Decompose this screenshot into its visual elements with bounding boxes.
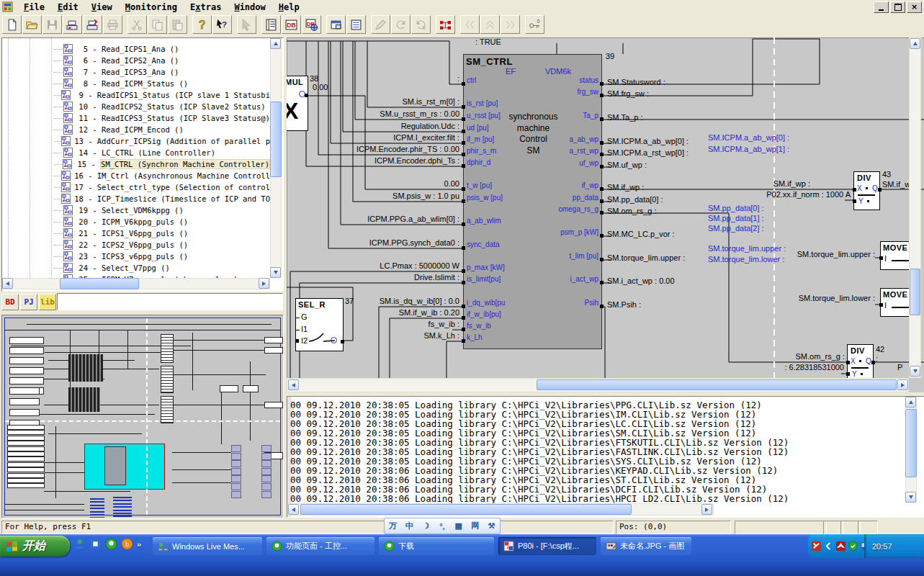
output-pin-label: a_rst_wp xyxy=(503,147,598,155)
system-tray-icons xyxy=(808,534,864,558)
orange-ball-icon[interactable]: b xyxy=(121,538,133,550)
diagram-overview-panel[interactable] xyxy=(1,315,284,518)
tree-item-23[interactable]: 23 - ICPS3_v6ppg_puls () xyxy=(2,251,270,262)
diagram-hscroll-thumb[interactable] xyxy=(537,379,897,390)
log-scroll-up-button[interactable] xyxy=(905,397,916,408)
log-scroll-down-button[interactable] xyxy=(905,492,916,503)
tree-item-24[interactable]: 24 - Select_V7ppg () xyxy=(2,262,270,274)
menu-help[interactable]: Help xyxy=(272,1,306,13)
red-flag-icon[interactable] xyxy=(811,541,822,552)
status-panel-3 xyxy=(858,521,878,534)
net-icon[interactable]: 网 xyxy=(469,521,482,532)
diagram-scroll-up-button[interactable] xyxy=(910,38,920,49)
shield-green-icon[interactable] xyxy=(848,541,858,552)
tree-item-15[interactable]: 15 - SM_CTRL (Synchron Machine Controlle… xyxy=(2,158,270,170)
diagram-annotation: SM.if_wp : xyxy=(623,179,810,188)
tree-scroll-down-button[interactable] xyxy=(270,267,281,278)
tree-item-16[interactable]: 16 - IM_Ctrl (Asynchronous Machine Contr… xyxy=(2,170,270,181)
tree-item-18[interactable]: 18 - ICP_Timeslice (Timeslice of ICP and… xyxy=(2,193,270,204)
task-button-1[interactable]: Windows Live Mes... xyxy=(153,537,262,555)
open-folder-icon[interactable] xyxy=(22,15,42,34)
tree-scroll-right-button[interactable] xyxy=(259,278,269,289)
menu-extras[interactable]: Extras xyxy=(184,1,228,13)
diagram-scroll-left-button[interactable] xyxy=(288,379,299,390)
input-pin-label: t_w [pu] xyxy=(467,181,492,189)
start-button[interactable]: 开始 xyxy=(0,536,70,557)
log-hscroll-thumb[interactable] xyxy=(300,504,632,515)
tree-scroll-left-button[interactable] xyxy=(2,278,13,289)
tree-item-21[interactable]: 21 - ICPS1_V6ppg_puls () xyxy=(2,228,270,239)
close-button[interactable]: × xyxy=(907,1,922,13)
read-device-icon[interactable] xyxy=(83,15,102,34)
tree-item-13[interactable]: 13 - AddCurr_ICPSig (Addition of paralle… xyxy=(2,135,270,147)
tree-item-6[interactable]: 6 - Read_ICPS2_Ana () xyxy=(2,55,270,66)
app-blue-icon[interactable] xyxy=(89,538,102,550)
tree-item-14[interactable]: 14 - LC_CTRL (Line Controller) xyxy=(2,147,270,158)
db-icon[interactable]: DB xyxy=(282,15,301,34)
reader-red-icon[interactable] xyxy=(835,541,846,552)
diagram-vscroll-thumb[interactable] xyxy=(910,269,920,315)
connector-icon[interactable] xyxy=(436,15,455,34)
messenger-person-icon[interactable] xyxy=(73,538,86,550)
menu-view[interactable]: View xyxy=(85,1,119,13)
tree-item-11[interactable]: 11 - ReadICPS3_Status (ICP Slave3 Status… xyxy=(2,112,270,124)
task-button-2[interactable]: 功能页面 - 工控... xyxy=(266,537,374,555)
wrench-icon[interactable]: ⚒ xyxy=(485,521,498,532)
tree-item-19[interactable]: 19 - Select_VDM6kppg () xyxy=(2,204,270,216)
db-online-icon[interactable]: DB xyxy=(302,15,321,34)
div-block-42[interactable]: DIV X Q Y xyxy=(847,344,874,383)
list-report-icon[interactable] xyxy=(261,15,281,34)
wan-icon[interactable]: 万 xyxy=(386,521,399,532)
chevron-left-icon[interactable] xyxy=(823,541,834,552)
overview-shape xyxy=(221,387,222,444)
input-pin-label: i_dq_wib[pu xyxy=(467,299,505,307)
write-device-icon[interactable] xyxy=(63,15,82,34)
tab-bd[interactable]: BD xyxy=(1,294,19,310)
punct-icon[interactable]: °, xyxy=(436,521,449,532)
menu-window[interactable]: Window xyxy=(228,1,272,13)
tree-item-10[interactable]: 10 - ReadICPS2_Status (ICP Slave2 Status… xyxy=(2,101,270,112)
list-view-icon[interactable] xyxy=(346,15,366,34)
minimize-button[interactable] xyxy=(874,1,889,13)
menu-file[interactable]: File xyxy=(17,1,51,13)
log-scroll-right-button[interactable] xyxy=(701,504,712,515)
task-button-3[interactable]: 下载 xyxy=(379,537,494,555)
tree-item-7[interactable]: 7 - Read_ICPS3_Ana () xyxy=(2,66,270,78)
tree-item-9[interactable]: 9 - ReadICPS1_Status (ICP slave 1 Status… xyxy=(2,89,270,101)
log-vscroll-thumb[interactable] xyxy=(905,409,917,477)
context-help-icon[interactable]: ? xyxy=(212,15,232,34)
search-input[interactable] xyxy=(57,293,283,310)
tree-item-17[interactable]: 17 - Select_ctrl_type (Selection of cont… xyxy=(2,181,270,193)
maximize-button[interactable] xyxy=(890,1,905,13)
tree-item-20[interactable]: 20 - ICPM_V6kppg_puls () xyxy=(2,216,270,228)
tree-item-22[interactable]: 22 - ICPS2_V6ppg_puls () xyxy=(2,239,270,251)
window-tile-icon[interactable] xyxy=(326,15,346,34)
diagram-scroll-down-button[interactable] xyxy=(910,366,920,377)
tree-vscroll-thumb[interactable] xyxy=(270,102,282,177)
overview-shape xyxy=(231,491,241,498)
diagram-scroll-right-button[interactable] xyxy=(897,379,908,390)
tab-lib[interactable]: lib xyxy=(39,294,56,310)
diagram-vscrollbar[interactable] xyxy=(909,37,921,378)
qq-green-icon[interactable] xyxy=(105,538,117,550)
tree-item-5[interactable]: 5 - Read_ICPS1_Ana () xyxy=(2,43,270,55)
log-scroll-left-button[interactable] xyxy=(288,504,299,515)
help-icon[interactable]: ? xyxy=(192,15,212,34)
tree-hscroll-thumb[interactable] xyxy=(60,278,139,289)
task-button-4[interactable]: PP80i - [F:\csp程... xyxy=(498,537,596,555)
tree-item-8[interactable]: 8 - Read_ICPM_Status () xyxy=(2,78,270,89)
function-block-diagram[interactable]: SM_CTRL EF VDM6k synchronous machine Con… xyxy=(287,37,924,392)
task-button-5[interactable]: 未命名.JPG - 画图 xyxy=(601,537,691,555)
new-file-icon[interactable] xyxy=(2,15,22,34)
quicklaunch-overflow-chevron[interactable]: » xyxy=(137,540,141,549)
moon-icon[interactable]: ☽ xyxy=(419,521,432,532)
tree-scroll-up-button[interactable] xyxy=(270,38,281,49)
tab-pj[interactable]: PJ xyxy=(20,294,37,310)
zhong-icon[interactable]: 中 xyxy=(403,521,416,532)
menu-edit[interactable]: Edit xyxy=(51,1,85,13)
tree-item-12[interactable]: 12 - Read_ICPM_Encod () xyxy=(2,124,270,135)
keyboard-icon[interactable]: ▦ xyxy=(452,521,465,532)
div-block-43[interactable]: DIV X Q Y xyxy=(853,171,880,210)
key-icon[interactable]: 0 xyxy=(525,15,544,34)
menu-monitoring[interactable]: Monitoring xyxy=(119,1,184,13)
